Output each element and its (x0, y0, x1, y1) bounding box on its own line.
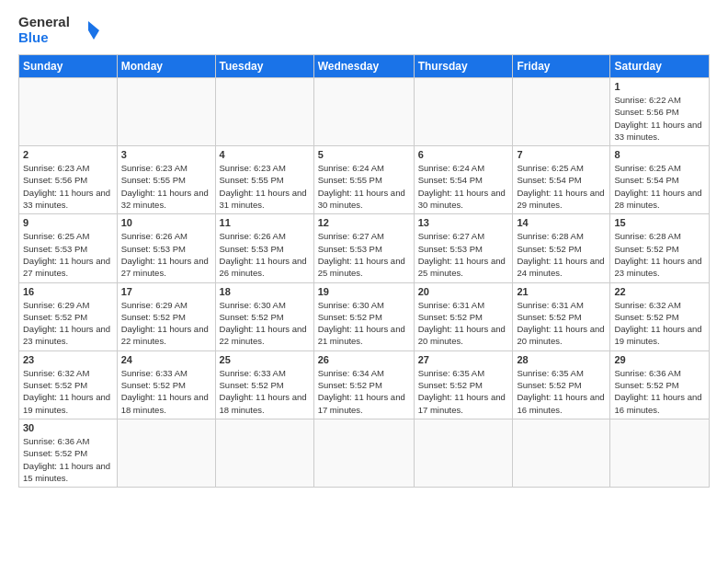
day-number: 20 (418, 286, 509, 297)
day-info: Sunrise: 6:24 AM Sunset: 5:55 PM Dayligh… (318, 162, 410, 211)
day-number: 5 (318, 149, 410, 160)
logo: General Blue (18, 15, 101, 45)
calendar-cell: 19Sunrise: 6:30 AM Sunset: 5:52 PM Dayli… (313, 282, 414, 350)
svg-marker-1 (88, 21, 99, 40)
day-number: 27 (418, 354, 509, 365)
day-number: 23 (23, 354, 113, 365)
day-number: 21 (517, 286, 606, 297)
calendar-cell: 24Sunrise: 6:33 AM Sunset: 5:52 PM Dayli… (117, 350, 215, 419)
day-number: 24 (121, 354, 211, 365)
calendar-cell: 10Sunrise: 6:26 AM Sunset: 5:53 PM Dayli… (117, 214, 215, 282)
calendar-cell: 25Sunrise: 6:33 AM Sunset: 5:52 PM Dayli… (215, 350, 313, 419)
calendar-cell: 13Sunrise: 6:27 AM Sunset: 5:53 PM Dayli… (414, 214, 513, 282)
day-number: 16 (23, 286, 113, 297)
day-number: 25 (220, 354, 310, 365)
day-number: 3 (121, 149, 211, 160)
col-header-thursday: Thursday (414, 55, 513, 78)
calendar-cell: 4Sunrise: 6:23 AM Sunset: 5:55 PM Daylig… (215, 146, 313, 214)
day-number: 8 (614, 149, 705, 160)
calendar-cell (117, 419, 215, 487)
calendar-cell: 21Sunrise: 6:31 AM Sunset: 5:52 PM Dayli… (513, 282, 610, 350)
calendar-cell: 11Sunrise: 6:26 AM Sunset: 5:53 PM Dayli… (215, 214, 313, 282)
col-header-tuesday: Tuesday (215, 55, 313, 78)
calendar-cell (19, 78, 118, 146)
calendar-cell: 23Sunrise: 6:32 AM Sunset: 5:52 PM Dayli… (19, 350, 118, 419)
day-info: Sunrise: 6:26 AM Sunset: 5:53 PM Dayligh… (220, 230, 310, 279)
day-info: Sunrise: 6:23 AM Sunset: 5:55 PM Dayligh… (220, 162, 310, 211)
col-header-monday: Monday (117, 55, 215, 78)
calendar-cell (414, 419, 513, 487)
day-number: 30 (23, 422, 113, 433)
calendar-cell: 1Sunrise: 6:22 AM Sunset: 5:56 PM Daylig… (610, 78, 710, 146)
col-header-wednesday: Wednesday (313, 55, 414, 78)
day-info: Sunrise: 6:28 AM Sunset: 5:52 PM Dayligh… (614, 230, 705, 279)
day-info: Sunrise: 6:24 AM Sunset: 5:54 PM Dayligh… (418, 162, 509, 211)
calendar-cell: 28Sunrise: 6:35 AM Sunset: 5:52 PM Dayli… (513, 350, 610, 419)
day-number: 19 (318, 286, 410, 297)
day-info: Sunrise: 6:33 AM Sunset: 5:52 PM Dayligh… (220, 367, 310, 416)
day-info: Sunrise: 6:35 AM Sunset: 5:52 PM Dayligh… (418, 367, 509, 416)
page: General Blue SundayMondayTuesdayWednesda… (0, 0, 728, 563)
calendar-cell (313, 419, 414, 487)
calendar-cell: 18Sunrise: 6:30 AM Sunset: 5:52 PM Dayli… (215, 282, 313, 350)
calendar-cell (215, 78, 313, 146)
calendar-cell: 14Sunrise: 6:28 AM Sunset: 5:52 PM Dayli… (513, 214, 610, 282)
day-number: 26 (318, 354, 410, 365)
calendar-cell: 22Sunrise: 6:32 AM Sunset: 5:52 PM Dayli… (610, 282, 710, 350)
calendar-body: 1Sunrise: 6:22 AM Sunset: 5:56 PM Daylig… (19, 78, 710, 488)
day-number: 1 (614, 81, 705, 92)
col-header-friday: Friday (513, 55, 610, 78)
day-info: Sunrise: 6:29 AM Sunset: 5:52 PM Dayligh… (23, 299, 113, 348)
day-info: Sunrise: 6:25 AM Sunset: 5:53 PM Dayligh… (23, 230, 113, 279)
calendar-cell: 9Sunrise: 6:25 AM Sunset: 5:53 PM Daylig… (19, 214, 118, 282)
day-number: 14 (517, 217, 606, 228)
calendar-cell: 20Sunrise: 6:31 AM Sunset: 5:52 PM Dayli… (414, 282, 513, 350)
days-of-week-row: SundayMondayTuesdayWednesdayThursdayFrid… (19, 55, 710, 78)
col-header-saturday: Saturday (610, 55, 710, 78)
week-row-4: 23Sunrise: 6:32 AM Sunset: 5:52 PM Dayli… (19, 350, 710, 419)
day-info: Sunrise: 6:34 AM Sunset: 5:52 PM Dayligh… (318, 367, 410, 416)
day-number: 22 (614, 286, 705, 297)
calendar-cell: 5Sunrise: 6:24 AM Sunset: 5:55 PM Daylig… (313, 146, 414, 214)
day-info: Sunrise: 6:32 AM Sunset: 5:52 PM Dayligh… (614, 299, 705, 348)
logo-blue: Blue (18, 30, 70, 46)
calendar-cell (513, 78, 610, 146)
day-number: 28 (517, 354, 606, 365)
week-row-1: 2Sunrise: 6:23 AM Sunset: 5:56 PM Daylig… (19, 146, 710, 214)
day-info: Sunrise: 6:36 AM Sunset: 5:52 PM Dayligh… (614, 367, 705, 416)
day-info: Sunrise: 6:26 AM Sunset: 5:53 PM Dayligh… (121, 230, 211, 279)
day-info: Sunrise: 6:36 AM Sunset: 5:52 PM Dayligh… (23, 435, 113, 484)
day-info: Sunrise: 6:22 AM Sunset: 5:56 PM Dayligh… (614, 94, 705, 143)
header: General Blue (18, 15, 710, 45)
calendar-cell: 17Sunrise: 6:29 AM Sunset: 5:52 PM Dayli… (117, 282, 215, 350)
day-info: Sunrise: 6:32 AM Sunset: 5:52 PM Dayligh… (23, 367, 113, 416)
calendar-table: SundayMondayTuesdayWednesdayThursdayFrid… (18, 54, 710, 488)
day-info: Sunrise: 6:31 AM Sunset: 5:52 PM Dayligh… (517, 299, 606, 348)
day-info: Sunrise: 6:30 AM Sunset: 5:52 PM Dayligh… (318, 299, 410, 348)
day-number: 13 (418, 217, 509, 228)
day-info: Sunrise: 6:28 AM Sunset: 5:52 PM Dayligh… (517, 230, 606, 279)
week-row-2: 9Sunrise: 6:25 AM Sunset: 5:53 PM Daylig… (19, 214, 710, 282)
day-info: Sunrise: 6:25 AM Sunset: 5:54 PM Dayligh… (517, 162, 606, 211)
calendar-cell: 2Sunrise: 6:23 AM Sunset: 5:56 PM Daylig… (19, 146, 118, 214)
day-number: 7 (517, 149, 606, 160)
calendar-cell: 16Sunrise: 6:29 AM Sunset: 5:52 PM Dayli… (19, 282, 118, 350)
day-info: Sunrise: 6:35 AM Sunset: 5:52 PM Dayligh… (517, 367, 606, 416)
day-number: 17 (121, 286, 211, 297)
week-row-3: 16Sunrise: 6:29 AM Sunset: 5:52 PM Dayli… (19, 282, 710, 350)
calendar-cell: 8Sunrise: 6:25 AM Sunset: 5:54 PM Daylig… (610, 146, 710, 214)
day-info: Sunrise: 6:25 AM Sunset: 5:54 PM Dayligh… (614, 162, 705, 211)
day-number: 4 (220, 149, 310, 160)
logo-general: General (18, 15, 70, 30)
day-number: 29 (614, 354, 705, 365)
day-info: Sunrise: 6:27 AM Sunset: 5:53 PM Dayligh… (418, 230, 509, 279)
calendar-cell: 15Sunrise: 6:28 AM Sunset: 5:52 PM Dayli… (610, 214, 710, 282)
day-info: Sunrise: 6:27 AM Sunset: 5:53 PM Dayligh… (318, 230, 410, 279)
calendar-cell: 12Sunrise: 6:27 AM Sunset: 5:53 PM Dayli… (313, 214, 414, 282)
calendar-cell (610, 419, 710, 487)
calendar-cell (414, 78, 513, 146)
day-info: Sunrise: 6:23 AM Sunset: 5:56 PM Dayligh… (23, 162, 113, 211)
calendar-cell (215, 419, 313, 487)
day-info: Sunrise: 6:23 AM Sunset: 5:55 PM Dayligh… (121, 162, 211, 211)
calendar-cell: 30Sunrise: 6:36 AM Sunset: 5:52 PM Dayli… (19, 419, 118, 487)
